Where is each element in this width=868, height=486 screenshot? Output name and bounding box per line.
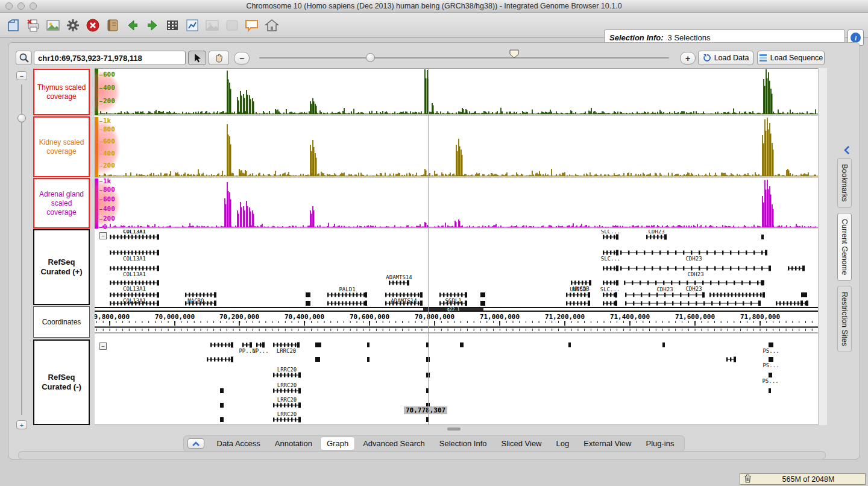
gene-model[interactable]: SLC... xyxy=(601,250,621,262)
gene-model[interactable] xyxy=(726,357,736,362)
vertical-scrollbar[interactable] xyxy=(818,68,827,425)
track-coordinates[interactable]: q22.169,800,00070,000,00070,200,00070,40… xyxy=(95,307,818,338)
vertical-zoom-slider[interactable] xyxy=(21,84,22,415)
feedback-bubble-icon[interactable] xyxy=(242,16,261,34)
gene-model[interactable] xyxy=(220,403,224,408)
gene-model[interactable]: NP... xyxy=(252,342,268,355)
gene-model[interactable] xyxy=(625,301,761,306)
home-icon[interactable] xyxy=(262,16,281,34)
track-label-adrenal-gland-scaled-coverage[interactable]: Adrenal gland scaled coverage xyxy=(33,178,90,229)
gene-model[interactable] xyxy=(210,342,233,348)
track-adrenal-gland-coverage[interactable]: 1k8006004002000 xyxy=(95,178,818,229)
gene-model[interactable]: ADAMTS14 xyxy=(386,274,412,286)
gene-model[interactable] xyxy=(603,280,618,286)
gene-model[interactable] xyxy=(568,342,571,347)
collapse-track-button[interactable]: − xyxy=(99,342,107,350)
gene-model[interactable]: PS... xyxy=(762,373,778,384)
graph-icon[interactable] xyxy=(183,16,201,34)
web-links-icon[interactable] xyxy=(103,16,122,34)
export-image-icon[interactable] xyxy=(43,16,62,34)
gene-model[interactable]: COL13A1 xyxy=(110,250,159,262)
location-input[interactable] xyxy=(34,51,186,65)
track-area[interactable]: 6004002001k8006004002001k8006004002000CO… xyxy=(95,68,818,425)
forward-icon[interactable] xyxy=(143,16,162,34)
tab-sliced-view[interactable]: Sliced View xyxy=(495,437,549,450)
hand-tool-button[interactable] xyxy=(209,51,229,65)
gene-model[interactable]: LRRC20 xyxy=(273,382,301,394)
gene-model[interactable]: CDH23 xyxy=(620,250,767,262)
gene-model[interactable] xyxy=(460,342,464,347)
gene-model[interactable] xyxy=(566,301,590,306)
track-label-kidney-scaled-coverage[interactable]: Kidney scaled coverage xyxy=(33,116,90,177)
tab-bookmarks[interactable]: Bookmarks xyxy=(837,158,852,208)
arrow-tool-button[interactable] xyxy=(188,51,206,65)
gene-model[interactable]: CDH23 xyxy=(624,280,764,292)
close-button[interactable] xyxy=(5,2,13,10)
gene-model[interactable] xyxy=(367,342,370,347)
load-sequence-button[interactable]: Load Sequence xyxy=(757,51,825,65)
gene-model[interactable]: COL13A1 xyxy=(110,230,159,240)
gene-model[interactable] xyxy=(315,342,321,347)
tab-external-view[interactable]: External View xyxy=(577,437,638,450)
gene-model[interactable] xyxy=(220,417,224,422)
track-label-thymus-scaled-coverage[interactable]: Thymus scaled coverage xyxy=(33,69,90,115)
gene-model[interactable]: LRRC20 xyxy=(273,342,300,355)
gene-model[interactable] xyxy=(662,342,665,347)
vertical-zoom-in-button[interactable]: + xyxy=(16,420,27,429)
gene-model[interactable] xyxy=(761,235,764,239)
track-refseq-curated-plus[interactable]: COL13A1SLC...CDH23COL13A1SLC...CDH23COL1… xyxy=(95,230,818,306)
back-icon[interactable] xyxy=(123,16,142,34)
gene-model[interactable]: COL13A1 xyxy=(110,266,159,278)
tab-data-access[interactable]: Data Access xyxy=(210,437,267,450)
minimize-button[interactable] xyxy=(17,2,25,10)
gene-model[interactable] xyxy=(327,301,367,306)
tab-plug-ins[interactable]: Plug-ins xyxy=(639,437,681,450)
tab-graph[interactable]: Graph xyxy=(320,437,355,450)
track-label-refseq-curated[interactable]: RefSeq Curated (-) xyxy=(33,339,90,425)
zoom-button[interactable] xyxy=(30,2,37,10)
gene-model[interactable] xyxy=(220,388,224,393)
cancel-icon[interactable] xyxy=(83,16,102,34)
zoom-in-button[interactable]: + xyxy=(680,52,696,65)
gene-model[interactable]: CDH23 xyxy=(620,266,771,278)
tab-annotation[interactable]: Annotation xyxy=(268,437,319,450)
gene-model[interactable] xyxy=(801,292,807,297)
preferences-gear-icon[interactable] xyxy=(63,16,82,34)
print-icon[interactable] xyxy=(24,16,42,34)
gene-model[interactable] xyxy=(788,266,805,271)
trash-icon[interactable] xyxy=(744,474,752,485)
gene-model[interactable] xyxy=(480,292,485,297)
gene-model[interactable] xyxy=(306,301,310,306)
gene-model[interactable] xyxy=(185,301,216,306)
gene-model[interactable]: COL13A1 xyxy=(110,280,159,292)
zoom-slider-thumb[interactable] xyxy=(366,53,375,62)
collapse-track-button[interactable]: − xyxy=(99,232,107,239)
gene-model[interactable]: LRRC20 xyxy=(273,367,301,378)
chevron-up-icon[interactable] xyxy=(187,438,204,449)
gene-model[interactable]: CDH23 xyxy=(646,230,667,240)
vertical-zoom-out-button[interactable]: − xyxy=(16,71,27,80)
horizontal-scrollbar-thumb[interactable] xyxy=(447,428,461,431)
gene-model[interactable] xyxy=(207,357,233,362)
gene-model[interactable] xyxy=(367,357,370,362)
gene-model[interactable] xyxy=(306,292,310,297)
gene-model[interactable] xyxy=(776,301,803,306)
range-marker-icon[interactable] xyxy=(509,49,519,60)
open-file-icon[interactable] xyxy=(4,16,22,34)
gene-model[interactable]: PS... xyxy=(763,342,779,354)
track-thymus-coverage[interactable]: 600400200 xyxy=(95,69,818,116)
track-label-refseq-curated[interactable]: RefSeq Curated (+) xyxy=(33,229,90,305)
gene-model[interactable] xyxy=(603,266,618,271)
gene-model[interactable]: SLC... xyxy=(600,286,620,298)
collapse-panel-icon[interactable] xyxy=(843,145,851,157)
tab-current-genome[interactable]: Current Genome xyxy=(837,213,852,281)
load-data-button[interactable]: Load Data xyxy=(698,51,753,65)
sliced-view-icon[interactable] xyxy=(163,16,181,34)
gene-model[interactable] xyxy=(709,292,765,298)
tab-log[interactable]: Log xyxy=(550,437,576,450)
gene-model[interactable] xyxy=(801,301,808,306)
vertical-zoom-thumb[interactable] xyxy=(17,114,26,122)
tab-restriction-sites[interactable]: Restriction Sites xyxy=(837,286,852,352)
tab-advanced-search[interactable]: Advanced Search xyxy=(356,437,432,450)
search-icon[interactable] xyxy=(16,51,32,65)
